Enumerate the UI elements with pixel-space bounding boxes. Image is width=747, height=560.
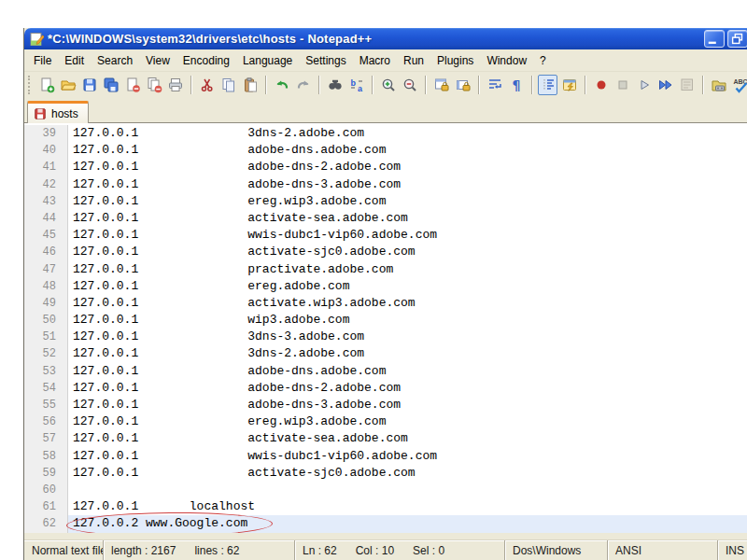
replace-button[interactable]: ba bbox=[346, 75, 366, 95]
sync-vertical-button[interactable] bbox=[431, 75, 451, 95]
tab-hosts[interactable]: hosts bbox=[27, 101, 89, 123]
editor-line[interactable]: 40127.0.0.1 adobe-dns.adobe.com bbox=[24, 142, 747, 159]
editor-line[interactable]: 42127.0.0.1 adobe-dns-3.adobe.com bbox=[24, 176, 747, 193]
editor-line[interactable]: 48127.0.0.1 ereg.adobe.com bbox=[24, 278, 747, 295]
save-file-button[interactable] bbox=[79, 75, 99, 95]
menu-file[interactable]: File bbox=[27, 51, 58, 70]
save-all-button[interactable] bbox=[101, 75, 120, 95]
line-text[interactable]: 127.0.0.1 activate-sjc0.adobe.com bbox=[68, 465, 747, 482]
line-text[interactable]: 127.0.0.1 practivate.adobe.com bbox=[68, 261, 747, 278]
menu-encoding[interactable]: Encoding bbox=[176, 51, 236, 70]
sync-horizontal-button[interactable] bbox=[453, 75, 472, 95]
editor-line[interactable]: 46127.0.0.1 activate-sjc0.adobe.com bbox=[24, 244, 747, 260]
line-number: 45 bbox=[24, 227, 68, 244]
editor-line[interactable]: 57127.0.0.1 activate-sea.adobe.com bbox=[24, 430, 747, 447]
copy-button[interactable] bbox=[218, 75, 238, 95]
line-text[interactable]: 127.0.0.1 adobe-dns-2.adobe.com bbox=[68, 380, 747, 397]
menu-search[interactable]: Search bbox=[91, 51, 139, 70]
line-text[interactable]: 127.0.0.1 adobe-dns-2.adobe.com bbox=[68, 159, 747, 175]
paste-icon bbox=[242, 77, 259, 93]
line-text[interactable]: 127.0.0.1 ereg.adobe.com bbox=[68, 278, 747, 295]
line-text[interactable]: 127.0.0.1 wwis-dubc1-vip60.adobe.com bbox=[68, 227, 747, 244]
line-text[interactable]: 127.0.0.1 activate-sjc0.adobe.com bbox=[68, 244, 747, 260]
line-text[interactable]: 127.0.0.1 localhost bbox=[68, 498, 747, 515]
show-indent-guide-button[interactable] bbox=[538, 75, 557, 95]
macro-record-button[interactable] bbox=[591, 75, 611, 95]
editor-line[interactable]: 53127.0.0.1 adobe-dns.adobe.com bbox=[24, 363, 747, 380]
editor-line[interactable]: 58127.0.0.1 wwis-dubc1-vip60.adobe.com bbox=[24, 448, 747, 465]
line-text[interactable]: 127.0.0.1 3dns-3.adobe.com bbox=[68, 329, 747, 345]
function-completion-button[interactable] bbox=[559, 75, 579, 95]
menu-edit[interactable]: Edit bbox=[58, 51, 91, 70]
editor-line[interactable]: 44127.0.0.1 activate-sea.adobe.com bbox=[24, 210, 747, 227]
editor-line[interactable]: 41127.0.0.1 adobe-dns-2.adobe.com bbox=[24, 159, 747, 175]
doc-monitor-button[interactable] bbox=[709, 75, 728, 95]
open-file-button[interactable] bbox=[58, 75, 78, 95]
line-text[interactable]: 127.0.0.1 ereg.wip3.adobe.com bbox=[68, 193, 747, 210]
editor-area[interactable]: 39127.0.0.1 3dns-2.adobe.com40127.0.0.1 … bbox=[24, 123, 747, 533]
print-button[interactable] bbox=[165, 75, 185, 95]
menu-settings[interactable]: Settings bbox=[299, 51, 352, 70]
editor-line[interactable]: 61127.0.0.1 localhost bbox=[24, 498, 747, 515]
redo-button[interactable] bbox=[293, 75, 313, 95]
editor-line[interactable]: 51127.0.0.1 3dns-3.adobe.com bbox=[24, 329, 747, 345]
minimize-button[interactable] bbox=[704, 30, 725, 48]
svg-text:a: a bbox=[358, 84, 363, 93]
editor-line[interactable]: 62127.0.0.2 www.Google.com bbox=[24, 515, 747, 532]
editor-line[interactable]: 52127.0.0.1 3dns-2.adobe.com bbox=[24, 345, 747, 362]
line-text[interactable]: 127.0.0.1 adobe-dns-3.adobe.com bbox=[68, 176, 747, 193]
line-text[interactable]: 127.0.0.1 activate.wip3.adobe.com bbox=[68, 295, 747, 312]
zoom-out-button[interactable] bbox=[400, 75, 419, 95]
macro-run-multiple-button[interactable] bbox=[655, 75, 675, 95]
new-file-button[interactable] bbox=[36, 75, 56, 95]
line-text[interactable]: 127.0.0.2 www.Google.com bbox=[68, 515, 747, 532]
word-wrap-button[interactable] bbox=[485, 75, 504, 95]
title-bar[interactable]: *C:\WINDOWS\system32\drivers\etc\hosts -… bbox=[24, 28, 747, 49]
close-all-button[interactable] bbox=[144, 75, 163, 95]
macro-play-button[interactable] bbox=[634, 75, 654, 95]
editor-line[interactable]: 60 bbox=[24, 482, 747, 498]
editor-line[interactable]: 45127.0.0.1 wwis-dubc1-vip60.adobe.com bbox=[24, 227, 747, 244]
line-text[interactable]: 127.0.0.1 activate-sea.adobe.com bbox=[68, 430, 747, 447]
line-text[interactable]: 127.0.0.1 adobe-dns-3.adobe.com bbox=[68, 397, 747, 413]
line-number: 51 bbox=[24, 329, 68, 345]
line-text[interactable]: 127.0.0.1 wwis-dubc1-vip60.adobe.com bbox=[68, 448, 747, 465]
macro-save-button[interactable] bbox=[677, 75, 697, 95]
editor-line[interactable]: 49127.0.0.1 activate.wip3.adobe.com bbox=[24, 295, 747, 312]
line-text[interactable]: 127.0.0.1 adobe-dns.adobe.com bbox=[68, 363, 747, 380]
zoom-in-button[interactable] bbox=[378, 75, 398, 95]
macro-stop-button[interactable] bbox=[613, 75, 632, 95]
editor-line[interactable]: 56127.0.0.1 ereg.wip3.adobe.com bbox=[24, 413, 747, 430]
menu-help[interactable]: ? bbox=[533, 51, 553, 70]
editor-line[interactable]: 54127.0.0.1 adobe-dns-2.adobe.com bbox=[24, 380, 747, 397]
paste-button[interactable] bbox=[240, 75, 260, 95]
line-text[interactable]: 127.0.0.1 adobe-dns.adobe.com bbox=[68, 142, 747, 159]
cut-button[interactable] bbox=[197, 75, 217, 95]
line-text[interactable]: 127.0.0.1 activate-sea.adobe.com bbox=[68, 210, 747, 227]
menu-run[interactable]: Run bbox=[397, 51, 430, 70]
show-all-chars-button[interactable]: ¶ bbox=[506, 75, 526, 95]
restore-button[interactable] bbox=[727, 30, 747, 48]
undo-button[interactable] bbox=[272, 75, 291, 95]
line-text[interactable]: 127.0.0.1 3dns-2.adobe.com bbox=[68, 345, 747, 362]
editor-line[interactable]: 50127.0.0.1 wip3.adobe.com bbox=[24, 312, 747, 329]
toolbar-separator bbox=[190, 76, 191, 94]
menu-language[interactable]: Language bbox=[236, 51, 299, 70]
editor-line[interactable]: 55127.0.0.1 adobe-dns-3.adobe.com bbox=[24, 397, 747, 413]
editor-line[interactable]: 43127.0.0.1 ereg.wip3.adobe.com bbox=[24, 193, 747, 210]
status-selection: Sel : 0 bbox=[413, 544, 444, 557]
line-text[interactable]: 127.0.0.1 ereg.wip3.adobe.com bbox=[68, 413, 747, 430]
line-text[interactable]: 127.0.0.1 3dns-2.adobe.com bbox=[68, 125, 747, 142]
menu-macro[interactable]: Macro bbox=[353, 51, 397, 70]
editor-line[interactable]: 47127.0.0.1 practivate.adobe.com bbox=[24, 261, 747, 278]
toolbar-separator bbox=[372, 76, 373, 94]
spell-check-button[interactable]: ABC bbox=[730, 75, 747, 95]
line-text[interactable]: 127.0.0.1 wip3.adobe.com bbox=[68, 312, 747, 329]
menu-view[interactable]: View bbox=[139, 51, 176, 70]
find-button[interactable] bbox=[325, 75, 345, 95]
menu-plugins[interactable]: Plugins bbox=[430, 51, 480, 70]
editor-line[interactable]: 59127.0.0.1 activate-sjc0.adobe.com bbox=[24, 465, 747, 482]
editor-line[interactable]: 39127.0.0.1 3dns-2.adobe.com bbox=[24, 125, 747, 142]
menu-window[interactable]: Window bbox=[480, 51, 533, 70]
close-file-button[interactable] bbox=[122, 75, 142, 95]
